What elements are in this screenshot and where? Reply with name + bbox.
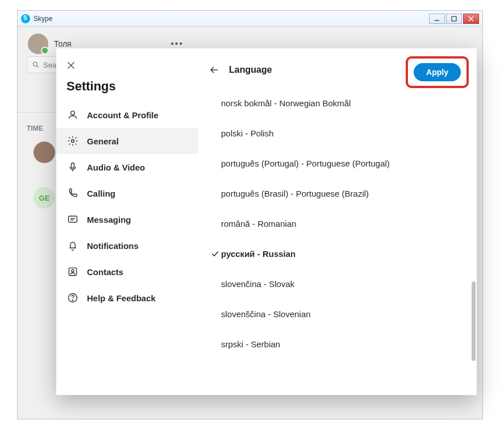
- person-icon: [66, 109, 79, 121]
- language-option[interactable]: norsk bokmål - Norwegian Bokmål: [209, 88, 463, 118]
- settings-sidebar: Settings Account & Profile General Audio…: [56, 48, 198, 395]
- language-list[interactable]: norsk bokmål - Norwegian Bokmålpolski - …: [209, 88, 463, 389]
- language-option[interactable]: português (Brasil) - Portuguese (Brazil): [209, 178, 463, 209]
- close-icon: [66, 61, 76, 70]
- settings-content: Language Apply norsk bokmål - Norwegian …: [198, 48, 477, 395]
- language-label: slovenčina - Slovak: [221, 279, 294, 289]
- svg-rect-12: [69, 216, 77, 222]
- scrollbar-thumb[interactable]: [472, 281, 476, 361]
- nav-messaging[interactable]: Messaging: [56, 206, 198, 232]
- nav-contacts[interactable]: Contacts: [56, 259, 198, 285]
- language-label: srpski - Serbian: [221, 339, 280, 349]
- nav-calling[interactable]: Calling: [56, 180, 198, 206]
- close-button[interactable]: [463, 14, 479, 24]
- language-option[interactable]: srpski - Serbian: [209, 329, 463, 359]
- window-title: Skype: [34, 15, 428, 23]
- language-label: русский - Russian: [221, 249, 295, 259]
- language-option[interactable]: slovenčina - Slovak: [209, 269, 463, 299]
- apply-highlight: Apply: [406, 56, 469, 88]
- language-option[interactable]: română - Romanian: [209, 209, 463, 239]
- svg-point-10: [72, 140, 74, 143]
- nav-notifications[interactable]: Notifications: [56, 232, 198, 259]
- language-label: polski - Polish: [221, 128, 274, 138]
- language-label: português (Portugal) - Portuguese (Portu…: [221, 159, 390, 168]
- maximize-button[interactable]: [446, 14, 462, 24]
- settings-modal: Settings Account & Profile General Audio…: [56, 48, 477, 395]
- minimize-button[interactable]: [429, 14, 445, 24]
- apply-button[interactable]: Apply: [414, 63, 461, 81]
- arrow-left-icon: [209, 65, 219, 75]
- language-option[interactable]: português (Portugal) - Portuguese (Portu…: [209, 148, 463, 178]
- contacts-icon: [66, 265, 79, 278]
- nav-help-feedback[interactable]: Help & Feedback: [56, 285, 198, 311]
- nav-account-profile[interactable]: Account & Profile: [56, 102, 198, 128]
- nav-general[interactable]: General: [56, 128, 198, 154]
- svg-point-16: [72, 269, 74, 272]
- help-icon: [66, 292, 79, 304]
- nav-audio-video[interactable]: Audio & Video: [56, 154, 198, 180]
- message-icon: [66, 213, 79, 226]
- titlebar: Skype: [18, 11, 482, 27]
- gear-icon: [66, 135, 79, 147]
- close-modal-button[interactable]: [60, 54, 82, 77]
- language-label: norsk bokmål - Norwegian Bokmål: [221, 98, 351, 108]
- bell-icon: [66, 239, 79, 252]
- app-window: Skype Толя ••• Sea Chats TIME GE Not you…: [17, 10, 483, 419]
- svg-rect-1: [452, 16, 456, 21]
- language-label: română - Romanian: [221, 219, 297, 228]
- language-option[interactable]: polski - Polish: [209, 118, 463, 148]
- language-label: português (Brasil) - Portuguese (Brazil): [221, 189, 369, 198]
- phone-icon: [66, 187, 79, 200]
- check-icon: [209, 250, 221, 258]
- language-label: slovenščina - Slovenian: [221, 309, 311, 319]
- skype-icon: [21, 14, 30, 23]
- language-option[interactable]: slovenščina - Slovenian: [209, 299, 463, 329]
- settings-title: Settings: [56, 77, 198, 102]
- svg-point-9: [71, 111, 75, 115]
- content-title: Language: [229, 65, 272, 75]
- svg-rect-11: [72, 163, 74, 168]
- microphone-icon: [66, 161, 79, 173]
- svg-point-18: [72, 300, 73, 301]
- language-option[interactable]: русский - Russian: [209, 239, 463, 269]
- back-button[interactable]: [203, 59, 226, 81]
